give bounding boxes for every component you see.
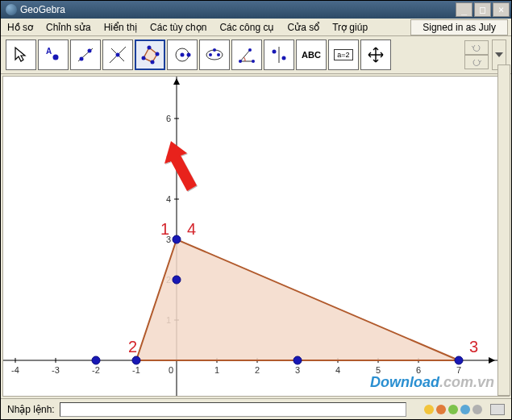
svg-point-24 [273, 50, 277, 54]
point-3-0[interactable] [293, 356, 302, 364]
svg-text:4: 4 [187, 220, 196, 238]
menubar: Hồ sơ Chỉnh sửa Hiển thị Các tùy chọn Cá… [1, 19, 511, 36]
tool-reflect[interactable] [264, 40, 294, 70]
titlebar: GeoGebra _ □ × [1, 1, 511, 19]
tool-angle[interactable] [231, 40, 262, 70]
tool-perpendicular[interactable] [102, 40, 133, 70]
vertex-3[interactable] [455, 356, 463, 364]
point-0-5[interactable] [173, 155, 181, 163]
statusbar: Nhập lệnh: [1, 398, 511, 419]
svg-point-16 [206, 50, 223, 60]
svg-text:3: 3 [469, 338, 478, 356]
menu-view[interactable]: Hiển thị [98, 19, 144, 35]
vertical-scrollbar[interactable] [497, 64, 510, 396]
svg-point-10 [156, 52, 160, 56]
toolbar: A ABC a=2 [1, 36, 511, 74]
svg-point-25 [282, 56, 286, 60]
menu-options[interactable]: Các tùy chọn [144, 19, 213, 35]
tool-circle[interactable] [167, 40, 198, 70]
svg-marker-8 [144, 48, 157, 62]
tool-polygon[interactable] [135, 40, 165, 70]
menu-profile[interactable]: Hồ sơ [1, 19, 40, 35]
svg-point-9 [148, 46, 152, 50]
svg-text:6: 6 [166, 114, 171, 123]
tool-text[interactable]: ABC [296, 40, 327, 70]
tool-line[interactable] [70, 40, 101, 70]
vertex-1[interactable] [173, 235, 181, 243]
svg-text:4: 4 [166, 194, 171, 204]
svg-line-5 [110, 47, 126, 63]
svg-point-22 [248, 48, 252, 52]
tool-slider-label: a=2 [334, 49, 352, 60]
window-title: GeoGebra [20, 4, 65, 15]
svg-point-21 [252, 60, 255, 63]
svg-point-20 [239, 60, 242, 63]
tool-move-view[interactable] [360, 40, 391, 70]
svg-point-13 [176, 48, 189, 61]
svg-text:2: 2 [255, 365, 260, 375]
svg-text:-4: -4 [11, 365, 19, 375]
svg-text:5: 5 [166, 154, 171, 164]
menu-help[interactable]: Trợ giúp [326, 19, 374, 35]
menu-tools[interactable]: Các công cụ [213, 19, 281, 35]
input-label: Nhập lệnh: [7, 404, 55, 415]
svg-point-15 [187, 53, 191, 57]
status-icons [424, 405, 482, 414]
undo-button[interactable] [464, 40, 489, 55]
close-button[interactable]: × [493, 2, 510, 17]
keyboard-icon[interactable] [490, 404, 505, 415]
tool-point[interactable]: A [38, 40, 69, 70]
svg-point-7 [116, 53, 120, 57]
app-icon [6, 4, 17, 15]
command-input[interactable] [60, 402, 406, 417]
svg-point-12 [142, 56, 146, 60]
svg-text:3: 3 [295, 365, 300, 375]
tool-ellipse[interactable] [199, 40, 230, 70]
workspace[interactable]: -4 -3 -2 -1 0 1 2 3 4 5 6 7 1 2 3 4 5 6 [2, 76, 510, 397]
redo-button[interactable] [464, 55, 489, 69]
svg-line-2 [78, 48, 93, 61]
graph-canvas[interactable]: -4 -3 -2 -1 0 1 2 3 4 5 6 7 1 2 3 4 5 6 [3, 77, 499, 397]
svg-line-6 [111, 48, 124, 61]
tool-pointer[interactable] [6, 40, 36, 70]
svg-text:1: 1 [160, 220, 169, 238]
svg-point-19 [213, 48, 216, 52]
minimize-button[interactable]: _ [456, 2, 472, 17]
svg-point-14 [181, 53, 185, 57]
watermark: Download.com.vn [370, 374, 494, 391]
svg-text:-2: -2 [92, 365, 100, 375]
svg-text:4: 4 [335, 365, 340, 375]
menu-edit[interactable]: Chỉnh sửa [40, 19, 98, 35]
svg-point-17 [209, 53, 212, 56]
point-0-2[interactable] [173, 276, 181, 284]
app-window: GeoGebra _ □ × Hồ sơ Chỉnh sửa Hiển thị … [0, 0, 512, 420]
svg-text:-3: -3 [52, 365, 60, 375]
menu-window[interactable]: Cửa sổ [281, 19, 326, 35]
svg-text:-1: -1 [132, 365, 140, 375]
tool-slider[interactable]: a=2 [328, 40, 359, 70]
svg-text:0: 0 [169, 365, 173, 375]
signed-in-label[interactable]: Signed in as July [410, 19, 508, 35]
svg-point-11 [151, 60, 155, 64]
svg-point-1 [53, 55, 59, 60]
svg-text:A: A [46, 47, 52, 56]
svg-point-3 [80, 57, 84, 61]
point-neg2-0[interactable] [92, 356, 100, 364]
svg-text:2: 2 [128, 338, 137, 356]
vertex-2[interactable] [132, 356, 140, 364]
svg-point-18 [217, 53, 220, 56]
tool-text-label: ABC [302, 50, 321, 60]
svg-point-4 [88, 49, 92, 53]
polygon-shape[interactable] [136, 239, 459, 360]
maximize-button[interactable]: □ [474, 2, 491, 17]
svg-text:1: 1 [214, 365, 219, 375]
